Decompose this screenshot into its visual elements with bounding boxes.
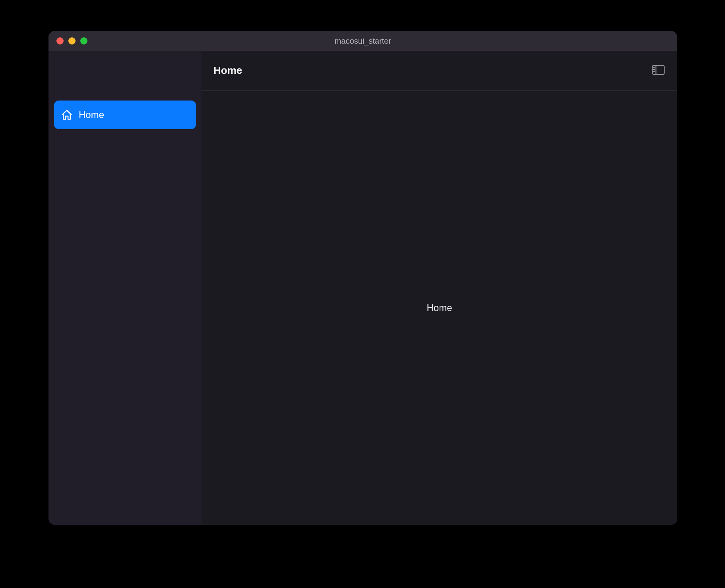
content-label: Home [426,302,452,313]
content-area: Home Home [202,51,677,525]
maximize-button[interactable] [80,37,87,44]
sidebar-item-label: Home [79,109,104,120]
window-title: macosui_starter [48,37,677,46]
sidebar-toggle-button[interactable] [651,65,665,77]
content-body: Home [202,91,677,525]
toolbar: Home [202,51,677,91]
window-body: Home Home [48,51,677,525]
home-icon [60,108,73,121]
page-title: Home [213,64,242,77]
sidebar-item-home[interactable]: Home [54,101,196,129]
app-window: macosui_starter Home Home [48,31,677,525]
close-button[interactable] [56,37,64,44]
traffic-lights [48,37,87,44]
titlebar: macosui_starter [48,31,677,51]
minimize-button[interactable] [68,37,76,44]
sidebar: Home [48,51,202,525]
sidebar-toggle-icon [651,64,665,77]
